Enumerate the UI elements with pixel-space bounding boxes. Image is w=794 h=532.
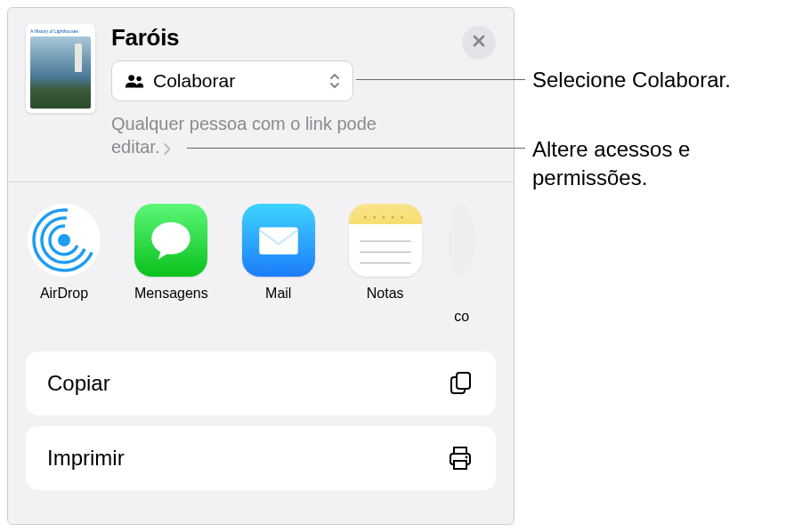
- svg-point-2: [58, 234, 70, 246]
- app-label: Notas: [367, 286, 404, 302]
- share-apps-row: AirDrop Mensagens Mail: [8, 182, 514, 339]
- messages-icon: [134, 204, 207, 277]
- app-mail[interactable]: Mail: [242, 204, 315, 325]
- people-icon: [125, 73, 144, 89]
- permissions-row[interactable]: Qualquer pessoa com o link pode editar.: [111, 112, 414, 160]
- print-icon: [446, 444, 474, 472]
- svg-rect-7: [259, 227, 298, 254]
- partial-app-label: co: [454, 309, 469, 325]
- action-copy[interactable]: Copiar: [26, 351, 496, 415]
- airdrop-icon: [28, 204, 101, 277]
- share-sheet: A History of Lighthouses Faróis Colabora…: [7, 7, 514, 525]
- app-airdrop[interactable]: AirDrop: [28, 204, 101, 325]
- chevron-up-down-icon: [329, 73, 340, 89]
- svg-point-6: [152, 222, 191, 254]
- permissions-text: Qualquer pessoa com o link pode editar.: [111, 112, 414, 160]
- app-label: AirDrop: [40, 286, 88, 302]
- header-content: Faróis Colaborar: [111, 24, 496, 160]
- svg-point-21: [466, 455, 468, 458]
- partial-app-icon: [449, 204, 475, 277]
- close-icon: [472, 34, 486, 52]
- svg-point-15: [401, 216, 403, 219]
- mail-icon: [242, 204, 315, 277]
- callout-change-perms: Altere acessos e permissões.: [532, 135, 782, 193]
- app-label: Mail: [265, 286, 291, 302]
- svg-point-12: [373, 216, 376, 219]
- close-button[interactable]: [462, 26, 496, 60]
- app-label: Mensagens: [134, 286, 208, 302]
- callout-line-2: [187, 148, 525, 149]
- chevron-right-icon: [163, 137, 171, 160]
- app-messages[interactable]: Mensagens: [134, 204, 208, 325]
- svg-point-14: [392, 216, 394, 219]
- svg-rect-17: [457, 373, 470, 389]
- collaborate-dropdown[interactable]: Colaborar: [111, 60, 353, 101]
- thumbnail-image: [30, 36, 91, 109]
- document-thumbnail: A History of Lighthouses: [26, 24, 95, 113]
- action-label: Imprimir: [47, 446, 125, 471]
- svg-point-13: [382, 216, 385, 219]
- notes-icon: [349, 204, 422, 277]
- svg-rect-18: [454, 447, 466, 454]
- svg-rect-20: [454, 461, 466, 469]
- callout-select-collab: Selecione Colaborar.: [532, 66, 731, 94]
- copy-icon: [446, 369, 474, 398]
- collaborate-label: Colaborar: [153, 70, 320, 92]
- action-label: Copiar: [47, 371, 110, 396]
- svg-point-0: [128, 75, 134, 81]
- app-partial[interactable]: co: [449, 204, 475, 325]
- actions-list: Copiar Imprimir: [8, 351, 514, 490]
- svg-point-1: [136, 77, 141, 81]
- callout-line-1: [356, 79, 525, 80]
- svg-point-11: [364, 216, 367, 219]
- document-title: Faróis: [111, 24, 496, 52]
- action-print[interactable]: Imprimir: [26, 426, 496, 490]
- app-notes[interactable]: Notas: [349, 204, 422, 325]
- thumbnail-title: A History of Lighthouses: [30, 28, 91, 34]
